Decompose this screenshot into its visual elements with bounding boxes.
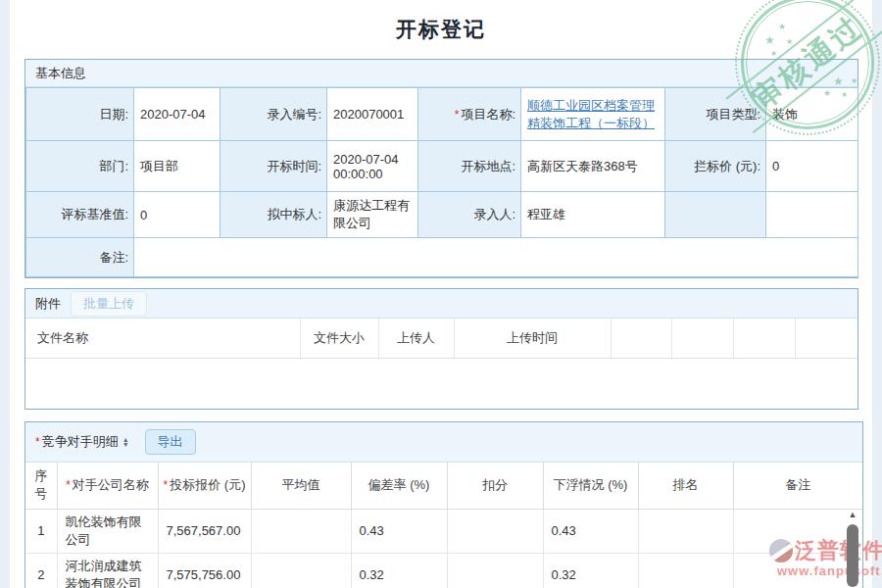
ceiling-price-label: 拦标价 (元): [665,141,766,192]
date-value: 2020-07-04 [134,88,220,141]
page-title: 开标登记 [10,16,872,43]
open-time-label: 开标时间: [220,141,327,192]
eval-base-value: 0 [134,192,220,238]
col-deviation: 偏差率 (%) [351,463,447,509]
table-scrollbar[interactable]: ▲ [846,510,859,587]
sort-desc-icon[interactable]: ▼ [122,442,129,447]
row-deviation: 0.32 [351,553,447,588]
basic-info-table: 日期: 2020-07-04 录入编号: 2020070001 *项目名称: 顺… [25,87,858,277]
row-average [251,509,351,553]
col-bid: *投标报价 (元) [158,463,251,509]
row-bid: 7,575,756.00 [158,553,251,588]
row-company: 凯伦装饰有限公司 [57,509,158,553]
col-empty [611,318,671,358]
col-empty [671,318,733,358]
scrollbar-thumb[interactable] [847,524,858,587]
row-float-down: 0.32 [543,553,638,588]
col-deduction: 扣分 [447,463,543,509]
proposed-winner-label: 拟中标人: [220,192,327,238]
col-rank: 排名 [638,463,733,509]
row-deduction [447,553,543,588]
table-row: 2 河北润成建筑装饰有限公司 7,575,756.00 0.32 0.32 [25,553,862,588]
ceiling-price-value: 0 [766,141,858,192]
row-deduction [447,509,543,553]
batch-upload-button[interactable]: 批量上传 [71,291,147,317]
open-place-value: 高新区天泰路368号 [521,141,665,192]
col-uploader: 上传人 [378,318,454,358]
department-label: 部门: [26,141,134,192]
row-no: 1 [25,509,57,553]
entry-no-label: 录入编号: [220,88,327,141]
competitors-table: 序号 *对手公司名称 *投标报价 (元) 平均值 偏差率 (%) 扣分 下浮情况… [25,463,862,588]
project-name-link[interactable]: 顺德工业园区档案管理精装饰工程（一标段） [527,98,655,130]
scroll-up-icon[interactable]: ▲ [846,510,859,522]
basic-info-panel: 基本信息 日期: 2020-07-04 录入编号: 2020070001 *项目… [24,59,858,278]
basic-info-section-header: 基本信息 [25,60,858,87]
vendor-watermark: 泛普软件 www.fanpusoft.com [769,536,882,578]
department-value: 项目部 [134,141,220,192]
date-label: 日期: [26,88,134,141]
col-float-down: 下浮情况 (%) [543,463,638,509]
fanpu-logo-icon [769,539,793,563]
required-asterisk: * [455,108,460,122]
row-float-down: 0.43 [543,509,638,553]
attachments-section-header: 附件 批量上传 [25,289,858,318]
row-rank [638,553,733,588]
empty-label-cell [665,192,766,238]
col-empty [733,318,795,358]
competitors-section-header: * 竞争对手明细 ▲ ▼ 导出 [25,422,862,463]
attachments-panel: 附件 批量上传 文件名称 文件大小 上传人 上传时间 [24,288,858,410]
required-asterisk: * [164,478,169,492]
remark-label: 备注: [26,238,134,277]
attachments-table: 文件名称 文件大小 上传人 上传时间 [25,318,858,359]
recorder-value: 程亚雄 [521,192,665,238]
row-no: 2 [25,553,57,588]
col-file-size: 文件大小 [300,318,378,358]
open-time-value: 2020-07-04 00:00:00 [327,141,418,192]
eval-base-label: 评标基准值: [26,192,134,238]
star-icon: ★ [770,49,777,58]
project-name-cell: 顺德工业园区档案管理精装饰工程（一标段） [521,88,665,141]
col-no: 序号 [25,463,57,509]
required-asterisk: * [66,478,71,492]
col-file-name: 文件名称 [25,318,300,358]
export-button[interactable]: 导出 [145,429,196,455]
project-type-label: 项目类型: [665,88,766,141]
competitors-section-title: 竞争对手明细 [42,433,119,451]
table-row: 评标基准值: 0 拟中标人: 康源达工程有限公司 录入人: 程亚雄 [26,192,858,238]
empty-value-cell [766,192,858,238]
project-name-label: *项目名称: [418,88,521,141]
required-asterisk: * [35,435,40,449]
remark-value [134,238,858,277]
proposed-winner-value: 康源达工程有限公司 [327,192,418,238]
col-upload-time: 上传时间 [454,318,611,358]
competitors-panel: * 竞争对手明细 ▲ ▼ 导出 序号 *对手公司名称 *投标报价 (元) 平均值… [24,421,863,588]
vendor-brand: 泛普软件 [795,536,882,565]
row-average [251,553,351,588]
row-deviation: 0.43 [351,509,447,553]
table-row: 日期: 2020-07-04 录入编号: 2020070001 *项目名称: 顺… [26,88,858,141]
table-row: 备注: [26,238,858,277]
project-type-value: 装饰 [766,88,858,141]
row-bid: 7,567,567.00 [158,509,251,553]
col-average: 平均值 [251,463,351,509]
row-rank [638,509,733,553]
basic-info-section-title: 基本信息 [35,65,86,82]
main-content: 开标登记 基本信息 日期: 2020-07-04 录入编号: 202007000… [10,0,872,588]
row-company: 河北润成建筑装饰有限公司 [57,553,158,588]
open-place-label: 开标地点: [418,141,521,192]
attachments-header-row: 文件名称 文件大小 上传人 上传时间 [25,318,858,358]
col-company: *对手公司名称 [57,463,158,509]
col-empty [795,318,858,358]
entry-no-value: 2020070001 [327,88,418,141]
competitors-header-row: 序号 *对手公司名称 *投标报价 (元) 平均值 偏差率 (%) 扣分 下浮情况… [25,463,862,509]
table-row: 部门: 项目部 开标时间: 2020-07-04 00:00:00 开标地点: … [26,141,858,192]
sort-toggle[interactable]: ▲ ▼ [122,437,129,447]
table-row: 1 凯伦装饰有限公司 7,567,567.00 0.43 0.43 [25,509,862,553]
attachments-section-title: 附件 [35,295,61,313]
col-remark: 备注 [733,463,862,509]
vendor-url: www.fanpusoft.com [769,564,882,578]
recorder-label: 录入人: [418,192,521,238]
